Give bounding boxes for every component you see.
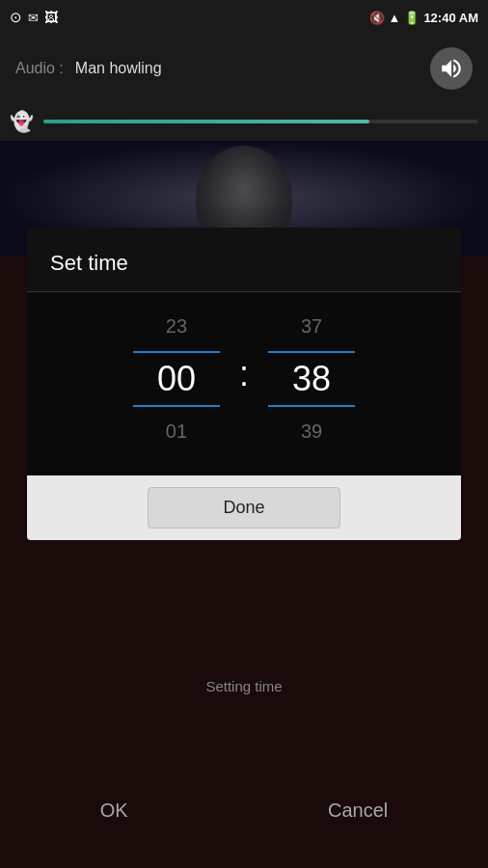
dialog-button-area: Done <box>27 475 461 540</box>
time-colon: : <box>239 354 249 404</box>
wifi-icon: ▲ <box>389 11 401 25</box>
audio-speaker-button[interactable] <box>430 47 473 90</box>
minutes-column: 37 38 39 <box>249 302 374 456</box>
ghost-icon: 👻 <box>10 110 34 133</box>
setting-time-label: Setting time <box>0 678 488 694</box>
audio-label: Audio : <box>15 60 64 77</box>
audio-bar: Audio : Man howling <box>0 35 488 102</box>
ok-button[interactable]: OK <box>62 780 167 841</box>
minutes-next-value[interactable]: 39 <box>301 407 322 456</box>
gmail-icon: ✉ <box>28 11 39 25</box>
volume-icon: 🔇 <box>369 11 385 25</box>
progress-fill <box>43 120 369 123</box>
cancel-button[interactable]: Cancel <box>289 780 426 841</box>
time-picker: 23 00 01 : 37 38 39 <box>27 292 461 475</box>
done-button[interactable]: Done <box>148 487 340 529</box>
minutes-top-line <box>268 351 355 353</box>
bottom-buttons: OK Cancel <box>0 752 488 868</box>
hours-next-value[interactable]: 01 <box>166 407 187 456</box>
dialog-title-area: Set time <box>27 228 461 291</box>
hours-current-value[interactable]: 00 <box>157 357 196 401</box>
status-bar-right: 🔇 ▲ 🔋 12:40 AM <box>369 11 478 25</box>
minutes-prev-value[interactable]: 37 <box>301 302 322 351</box>
speaker-icon <box>439 56 464 81</box>
hours-top-line <box>133 351 220 353</box>
status-bar: ⊙ ✉ 🖼 🔇 ▲ 🔋 12:40 AM <box>0 0 488 35</box>
status-bar-left: ⊙ ✉ 🖼 <box>10 9 58 26</box>
hours-prev-value[interactable]: 23 <box>166 302 187 351</box>
location-icon: ⊙ <box>10 9 22 26</box>
battery-icon: 🔋 <box>404 11 420 25</box>
set-time-dialog: Set time 23 00 01 : 37 38 39 Done <box>27 228 461 540</box>
progress-area: 👻 <box>0 102 488 141</box>
minutes-current-value[interactable]: 38 <box>292 357 331 401</box>
progress-track[interactable] <box>43 120 478 123</box>
dialog-title: Set time <box>50 251 128 275</box>
hours-column: 23 00 01 <box>114 302 239 456</box>
audio-name: Man howling <box>75 60 419 77</box>
image-icon: 🖼 <box>44 10 58 25</box>
time-display: 12:40 AM <box>423 11 478 25</box>
